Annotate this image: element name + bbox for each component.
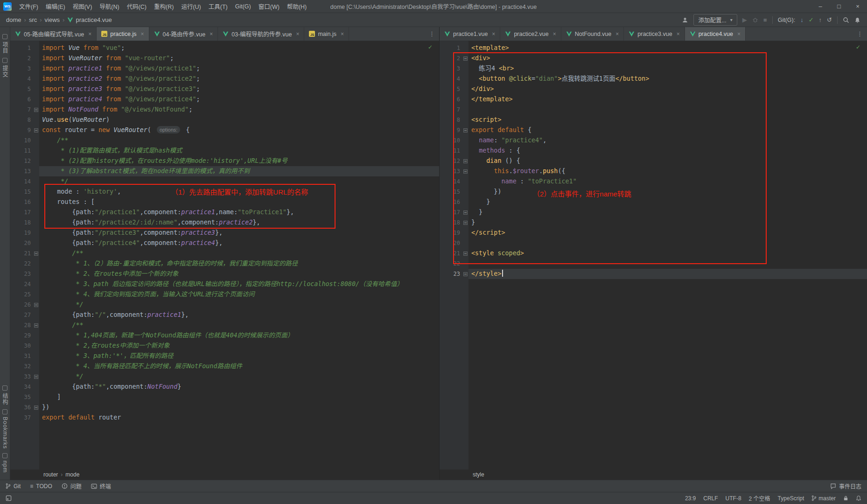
editor-tab[interactable]: JSpractice.js× <box>97 27 149 41</box>
menu-item[interactable]: 帮助(H) <box>283 2 310 11</box>
code-text[interactable]: */ <box>39 371 439 382</box>
breadcrumb-item[interactable]: mode <box>64 471 81 478</box>
code-text[interactable]: }) <box>39 402 439 413</box>
code-text[interactable]: * 1、（2）路由-重定向和模式，命中指定路径的时候，我们重定向到指定的路径 <box>39 259 439 269</box>
git-branch-widget[interactable]: master <box>811 495 836 502</box>
code-text[interactable]: /** <box>39 320 439 330</box>
code-text[interactable]: </style> <box>468 269 867 279</box>
code-text[interactable]: /** <box>39 248 439 259</box>
tab-close-icon[interactable]: × <box>492 31 495 37</box>
editor-tab[interactable]: practice2.vue× <box>500 27 561 41</box>
editor-tab[interactable]: JSmain.js× <box>304 27 349 41</box>
code-text[interactable]: } <box>468 207 867 217</box>
fold-marker[interactable]: − <box>33 303 39 307</box>
code-text[interactable]: export default router <box>39 413 439 423</box>
fold-marker[interactable]: − <box>33 128 39 133</box>
fold-marker[interactable]: − <box>33 108 39 112</box>
code-text[interactable]: export default { <box>468 125 867 135</box>
editor-tab[interactable]: practice1.vue× <box>440 27 500 41</box>
fold-marker[interactable]: − <box>33 375 39 379</box>
code-text[interactable]: this.$router.push({ <box>468 166 867 176</box>
tab-options-kebab-icon[interactable]: ⋮ <box>853 27 867 41</box>
inspections-ok-icon[interactable]: ✓ <box>856 44 860 50</box>
code-text[interactable]: import Vue from "vue"; <box>39 43 439 53</box>
breadcrumb-item[interactable]: views <box>43 16 62 23</box>
code-text[interactable]: import practice2 from "@/views/practice2… <box>39 74 439 84</box>
code-text[interactable]: {path:"/practice4",component:practice4}, <box>39 238 439 248</box>
menu-item[interactable]: 运行(U) <box>177 2 204 11</box>
toolwindow-terminal[interactable]: 终端 <box>91 482 111 490</box>
file-type[interactable]: TypeScript <box>778 495 804 502</box>
code-text[interactable]: {path:"/practice1",component:practice1,n… <box>39 207 439 217</box>
code-text[interactable]: * 1,404页面，新建一个NotFound路由组件（也就是404的时候展示的页… <box>39 330 439 341</box>
tool-strip-commit[interactable]: 提交 <box>0 58 10 77</box>
code-text[interactable]: methods : { <box>468 146 867 156</box>
code-text[interactable]: }) <box>468 187 867 197</box>
tab-close-icon[interactable]: × <box>341 31 344 37</box>
minimize-button[interactable]: – <box>811 3 830 10</box>
run-button[interactable]: ▶ <box>742 16 747 23</box>
fold-marker[interactable]: − <box>462 169 468 174</box>
file-encoding[interactable]: UTF-8 <box>726 495 741 502</box>
fold-marker[interactable]: − <box>33 406 39 410</box>
code-text[interactable]: * 3、path:'*'，匹配所有的路径 <box>39 351 439 361</box>
commit-button[interactable]: ✓ <box>809 16 814 23</box>
code-text[interactable]: * 4、当所有路径匹配不上的时候，展示NotFound路由组件 <box>39 361 439 371</box>
breadcrumb-item[interactable]: style <box>471 471 486 478</box>
menu-item[interactable]: 导航(N) <box>96 2 123 11</box>
code-text[interactable]: </script> <box>468 228 867 238</box>
fold-marker[interactable]: − <box>462 159 468 163</box>
code-editor-right[interactable]: 1<template>2−<div>3 练习4 <br>4 <button @c… <box>440 41 867 469</box>
code-text[interactable]: <template> <box>468 43 867 53</box>
code-text[interactable]: const router = new VueRouter( options: { <box>39 125 439 135</box>
code-text[interactable]: */ <box>39 300 439 310</box>
tab-close-icon[interactable]: × <box>553 31 556 37</box>
code-text[interactable]: name : "toPractice1" <box>468 176 867 187</box>
code-text[interactable]: import practice1 from "@/views/practice1… <box>39 63 439 74</box>
tool-strip-npm[interactable]: npm <box>0 453 10 473</box>
breadcrumb-item[interactable]: src <box>28 16 38 23</box>
menu-item[interactable]: 文件(F) <box>15 2 42 11</box>
code-text[interactable]: import practice3 from "@/views/practice3… <box>39 84 439 94</box>
editor-tab[interactable]: practice3.vue× <box>624 27 685 41</box>
code-text[interactable]: * 3、path 后边指定访问的路径（也就是URL输出的路径），指定的路径htt… <box>39 279 439 289</box>
run-configuration-dropdown[interactable]: 添加配置... ▾ <box>693 14 737 26</box>
menu-item[interactable]: 编辑(E) <box>42 2 69 11</box>
tab-close-icon[interactable]: × <box>210 31 213 37</box>
code-text[interactable]: } <box>468 217 867 228</box>
fold-marker[interactable]: − <box>462 128 468 133</box>
debug-button[interactable] <box>752 17 758 23</box>
code-text[interactable]: Vue.use(VueRouter) <box>39 115 439 125</box>
tool-strip-structure[interactable]: 结构 <box>0 385 10 405</box>
code-text[interactable]: 练习4 <br> <box>468 63 867 74</box>
code-text[interactable]: import NotFound from "@/views/NotFound"; <box>39 105 439 115</box>
rollback-button[interactable]: ↺ <box>827 16 832 23</box>
code-text[interactable]: * (1)配置路由模式，默认模式是hash模式 <box>39 146 439 156</box>
tab-close-icon[interactable]: × <box>296 31 299 37</box>
menu-item[interactable]: 重构(R) <box>150 2 177 11</box>
code-text[interactable]: * 2、在routes中添加一个新的对象 <box>39 269 439 279</box>
fold-marker[interactable]: − <box>462 56 468 61</box>
toolwindow-todo[interactable]: ≡ TODO <box>30 483 52 490</box>
menu-item[interactable]: Git(G) <box>231 3 255 10</box>
toolwindow-problems[interactable]: 问题 <box>62 482 82 490</box>
code-text[interactable]: * (2)配置history模式，在routes外边使用mode:'histor… <box>39 156 439 166</box>
line-separator[interactable]: CRLF <box>703 495 718 502</box>
indent-style[interactable]: 2 个空格 <box>749 494 770 502</box>
code-text[interactable] <box>468 105 867 115</box>
tab-close-icon[interactable]: × <box>141 31 144 37</box>
breadcrumb-item[interactable]: practice4.vue <box>66 16 113 23</box>
editor-tab[interactable]: 05-路由编程式导航.vue× <box>10 27 97 41</box>
code-text[interactable]: import practice4 from "@/views/practice4… <box>39 94 439 105</box>
code-text[interactable]: ] <box>39 392 439 402</box>
editor-tab[interactable]: 04-路由传参.vue× <box>149 27 218 41</box>
tab-close-icon[interactable]: × <box>737 31 741 37</box>
editor-tab[interactable]: 03-编程导航的传参.vue× <box>218 27 304 41</box>
code-text[interactable]: <div> <box>468 53 867 63</box>
code-text[interactable]: {path:"*",component:NotFound} <box>39 382 439 392</box>
code-text[interactable]: * 4、我们定向到指定的页面，当输入这个URL进行这个页面访问 <box>39 289 439 300</box>
notifications-icon[interactable] <box>854 17 860 23</box>
tool-strip-bookmarks[interactable]: Bookmarks <box>0 409 10 449</box>
breadcrumb-item[interactable]: router <box>42 471 59 478</box>
code-text[interactable]: } <box>468 197 867 207</box>
